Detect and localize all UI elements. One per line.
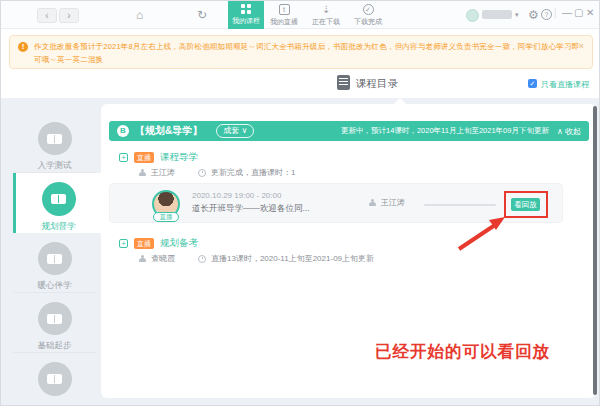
live-icon: t — [279, 4, 290, 15]
course-directory-icon — [337, 75, 350, 90]
annotation-arrow-icon — [447, 213, 513, 255]
sidebar-item-partial[interactable] — [13, 353, 96, 406]
person-icon — [138, 255, 146, 263]
live-only-checkbox-label[interactable]: 只看直播课程 — [541, 79, 589, 90]
section-title-link[interactable]: 课程导学 — [160, 151, 198, 164]
book-icon — [38, 302, 72, 335]
book-icon — [38, 362, 72, 396]
refresh-icon[interactable]: ↻ — [197, 8, 207, 22]
live-only-checkbox[interactable]: ✓ — [528, 79, 537, 88]
section-title-link[interactable]: 规划备考 — [160, 237, 198, 250]
alert-icon: ! — [18, 42, 28, 52]
home-icon[interactable]: ⌂ — [136, 8, 143, 22]
person-icon — [138, 169, 146, 177]
user-menu-caret-icon[interactable]: ▾ — [515, 11, 519, 19]
section-meta-2: 查晓霞 直播13课时，2020-11上旬至2021-09上旬更新 — [138, 253, 374, 264]
maximize-button[interactable]: ▢ — [574, 7, 583, 18]
book-icon — [38, 242, 72, 275]
section-meta-text: 直播13课时，2020-11上旬至2021-09上旬更新 — [211, 253, 374, 264]
grid-icon — [241, 4, 251, 14]
section-row-1: + 直播 课程导学 — [119, 151, 198, 164]
live-badge: 直播 — [134, 152, 154, 163]
close-button[interactable]: ✕ — [586, 7, 594, 18]
sidebar-item-companion-study[interactable]: 暖心伴学 — [13, 233, 96, 293]
section-meta-text: 更新完成，直播课时：1 — [211, 167, 295, 178]
sidebar: 入学测试 规划督学 暖心伴学 基础起步 — [13, 113, 96, 406]
tab-download-complete[interactable]: ✓ 下载完成 — [348, 1, 388, 29]
book-icon — [42, 182, 76, 216]
vertical-scrollbar[interactable] — [593, 106, 597, 395]
course-title: 【规划&导学】 — [135, 124, 202, 138]
title-bar: ‹ › ⌂ ↻ 我的课程 t 我的直播 ⇣ 正在下载 ✓ 下载完成 ▾ ⚙ ? … — [1, 1, 600, 29]
user-avatar[interactable] — [466, 9, 479, 22]
course-icon: B — [117, 125, 129, 137]
person-icon — [368, 199, 376, 207]
section-meta-1: 王江涛 更新完成，直播课时：1 — [138, 167, 295, 178]
course-status: 更新中，预计14课时，2020年11月上旬至2021年09月下旬更新 — [341, 126, 549, 136]
lesson-teacher: 王江涛 — [381, 197, 405, 208]
teacher-name: 查晓霞 — [151, 253, 175, 264]
clock-icon — [198, 255, 206, 263]
lesson-time: 2020.10.29 19:00 - 20:00 — [192, 191, 281, 200]
forward-button[interactable]: › — [59, 8, 79, 23]
download-icon: ⇣ — [322, 4, 330, 15]
sidebar-item-planning[interactable]: 规划督学 — [13, 173, 101, 233]
panel-notch — [393, 98, 407, 105]
expand-icon[interactable]: + — [119, 239, 128, 248]
page-header: 课程目录 ✓ 只看直播课程 — [1, 69, 600, 98]
help-icon[interactable]: ? — [541, 9, 552, 20]
class-type-filter[interactable]: 成套 ∨ — [216, 124, 254, 138]
section-row-2: + 直播 规划备考 — [119, 237, 198, 250]
caret-down-icon: ∨ — [241, 126, 247, 135]
sidebar-item-entrance-test[interactable]: 入学测试 — [13, 113, 96, 173]
live-tag: 直播 — [153, 212, 179, 222]
expand-icon[interactable]: + — [119, 153, 128, 162]
chevron-up-icon: ∧ — [557, 127, 563, 136]
page-title: 课程目录 — [356, 77, 398, 91]
tab-my-courses[interactable]: 我的课程 — [228, 1, 264, 29]
lesson-title: 道长开班导学——欢迎各位同... — [192, 203, 310, 215]
settings-gear-icon[interactable]: ⚙ — [528, 8, 539, 22]
banner-close-icon[interactable]: × — [579, 41, 584, 51]
back-button[interactable]: ‹ — [37, 8, 57, 23]
minimize-button[interactable]: — — [562, 7, 572, 18]
tab-downloading[interactable]: ⇣ 正在下载 — [306, 1, 346, 29]
divider: | — [554, 7, 557, 18]
notice-banner: ! 作文批改服务预计于2021年8月左右上线，高阶松弛期如期顺延～词汇大全书籍升… — [9, 35, 593, 69]
app-window: ‹ › ⌂ ↻ 我的课程 t 我的直播 ⇣ 正在下载 ✓ 下载完成 ▾ ⚙ ? … — [0, 0, 600, 406]
user-name-blurred — [482, 10, 512, 19]
live-badge: 直播 — [134, 238, 154, 249]
course-header-bar[interactable]: B 【规划&导学】 成套 ∨ 更新中，预计14课时，2020年11月上旬至202… — [109, 121, 589, 141]
sidebar-item-basics[interactable]: 基础起步 — [13, 293, 96, 353]
check-circle-icon: ✓ — [363, 4, 374, 15]
content-area: 入学测试 规划督学 暖心伴学 基础起步 — [1, 98, 600, 406]
tab-my-live[interactable]: t 我的直播 — [264, 1, 304, 29]
clock-icon — [198, 169, 206, 177]
annotation-text: 已经开始的可以看回放 — [375, 341, 550, 363]
collapse-toggle[interactable]: ∧ 收起 — [557, 126, 581, 137]
teacher-name: 王江涛 — [151, 167, 175, 178]
book-icon — [38, 122, 72, 155]
lesson-teacher-row: 王江涛 — [368, 197, 405, 208]
progress-bar — [424, 204, 496, 206]
